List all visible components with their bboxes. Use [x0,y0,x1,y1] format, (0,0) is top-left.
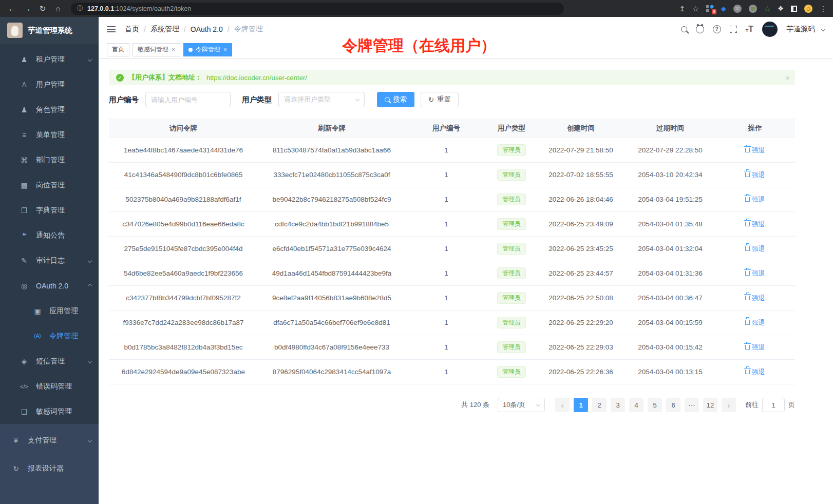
force-logout-button[interactable]: 强退 [745,269,765,278]
force-logout-button[interactable]: 强退 [745,294,765,303]
tab-sensitive-word[interactable]: 敏感词管理× [132,43,180,56]
github-icon[interactable] [696,25,704,33]
forward-icon[interactable]: → [22,4,33,13]
back-icon[interactable]: ← [6,4,17,13]
code-icon: </> [20,383,29,390]
site-info-icon[interactable]: ⓘ [77,4,83,13]
page-button-1[interactable]: 1 [574,398,588,412]
user-type-select[interactable]: 请选择用户类型 [278,92,365,107]
sidebar-item-oauth2-app[interactable]: ▣应用管理 [0,298,99,323]
sidebar-item-sms[interactable]: ◈短信管理 [0,348,99,374]
user-type-badge: 管理员 [497,218,526,229]
user-avatar[interactable] [762,22,778,37]
font-size-icon[interactable]: TT [746,25,753,34]
pencil-icon: ✎ [20,257,29,265]
fullscreen-icon[interactable] [730,26,737,33]
profile-avatar-icon[interactable]: ☺ [804,5,812,13]
breadcrumb-system[interactable]: 系统管理 [150,25,179,34]
force-logout-button[interactable]: 强退 [745,170,765,180]
search-icon[interactable] [681,26,687,32]
breadcrumb-oauth2[interactable]: OAuth 2.0 [191,25,223,33]
sidebar-item-oauth2[interactable]: ◎OAuth 2.0 [0,273,99,298]
extension-blocks-icon[interactable]: 9 [706,5,714,12]
user-type-badge: 管理员 [497,243,526,254]
page-ellipsis[interactable]: ⋯ [685,398,699,412]
sidebar-item-audit-log[interactable]: ✎审计日志 [0,248,99,273]
bookmark-star-icon[interactable]: ☆ [692,5,699,13]
sidebar-panel-icon[interactable] [791,6,797,12]
user-icon: ♙ [20,81,29,89]
address-bar[interactable]: ⓘ 127.0.0.1:1024/system/oauth2/token [71,3,564,15]
reset-button[interactable]: ↻重置 [421,92,459,107]
gem-extension-icon[interactable]: ◆ [721,5,726,12]
sidebar-item-error-code[interactable]: </>错误码管理 [0,374,99,399]
sidebar-item-dept[interactable]: ⌘部门管理 [0,147,99,172]
home-icon[interactable]: ⌂ [52,4,64,13]
page-button-4[interactable]: 4 [629,398,643,412]
command-extension-icon[interactable]: ⌘ [733,5,742,13]
goto-page-input[interactable] [762,398,785,412]
sidebar-item-sensitive-word[interactable]: ❏敏感词管理 [0,399,99,424]
force-logout-button[interactable]: 强退 [745,343,765,352]
tab-home[interactable]: 首页 [107,43,129,56]
doc-link[interactable]: https://doc.iocoder.cn/user-center/ [206,74,307,82]
badge-icon: ▤ [20,181,29,189]
browser-menu-icon[interactable]: ⋮ [820,5,827,13]
dot-extension-icon[interactable] [749,5,757,13]
close-icon[interactable]: × [172,46,175,53]
user-name[interactable]: 芋道源码 [786,25,815,34]
next-page-button[interactable]: › [722,398,736,412]
search-form: 用户编号 用户类型 请选择用户类型 搜索 ↻重置 [109,92,795,107]
page-button-5[interactable]: 5 [648,398,662,412]
chevron-down-icon [88,57,92,61]
alert-close-icon[interactable]: × [785,73,790,82]
page-size-select[interactable]: 10条/页 [498,398,545,412]
force-logout-button[interactable]: 强退 [745,220,765,229]
help-icon[interactable]: ? [713,25,721,33]
sidebar-item-oauth2-token[interactable]: (A)令牌管理 [0,323,99,348]
force-logout-button[interactable]: 强退 [745,244,765,254]
user-id-input[interactable] [145,92,231,107]
user-type-badge: 管理员 [497,267,526,279]
tab-token[interactable]: 令牌管理× [183,43,232,56]
sidebar-item-tenant[interactable]: ♟租户管理 [0,47,99,72]
page-button-6[interactable]: 6 [666,398,680,412]
sidebar-item-report-designer[interactable]: ↻报表设计器 [0,454,99,482]
prev-page-button[interactable]: ‹ [555,398,570,412]
close-icon[interactable]: × [223,46,227,53]
trash-icon [745,148,750,152]
chevron-down-icon [536,402,540,406]
force-logout-button[interactable]: 强退 [745,367,765,377]
col-expires: 过期时间 [626,124,715,133]
app-logo[interactable]: 芋道管理系统 [0,17,99,44]
breadcrumb-home[interactable]: 首页 [125,25,139,34]
user-type-badge: 管理员 [497,292,526,303]
sidebar: 芋道管理系统 ♟租户管理 ♙用户管理 ♟角色管理 ≡菜单管理 ⌘部门管理 ▤岗位… [0,17,99,504]
force-logout-button[interactable]: 强退 [745,195,765,204]
user-menu-caret-icon[interactable] [821,27,825,31]
extensions-puzzle-icon[interactable]: ❖ [778,5,784,12]
sidebar-item-notice[interactable]: ❝通知公告 [0,223,99,248]
force-logout-button[interactable]: 强退 [745,318,765,327]
goto-page: 前往 页 [745,398,795,412]
force-logout-button[interactable]: 强退 [745,146,765,155]
sidebar-item-user[interactable]: ♙用户管理 [0,72,99,97]
page-button-12[interactable]: 12 [703,398,717,412]
sidebar-menu: ♟租户管理 ♙用户管理 ♟角色管理 ≡菜单管理 ⌘部门管理 ▤岗位管理 ❐字典管… [0,44,99,424]
sidebar-item-role[interactable]: ♟角色管理 [0,97,99,122]
app-title: 芋道管理系统 [28,26,72,35]
green-star-extension-icon[interactable]: ☆ [764,5,771,13]
sidebar-item-pay[interactable]: ¥支付管理 [0,426,99,454]
sidebar-lower-section: ¥支付管理 ↻报表设计器 [0,424,99,504]
sidebar-item-menu[interactable]: ≡菜单管理 [0,122,99,147]
page-button-2[interactable]: 2 [592,398,607,412]
sidebar-item-post[interactable]: ▤岗位管理 [0,172,99,198]
search-button[interactable]: 搜索 [377,92,414,107]
page-button-3[interactable]: 3 [611,398,625,412]
share-icon[interactable]: ↥ [679,5,685,13]
table-row: f9336e7c7dd242a283ee98dc86b17a87 dfa6c71… [109,311,795,335]
user-type-badge: 管理员 [497,317,526,328]
sidebar-item-dict[interactable]: ❐字典管理 [0,198,99,223]
sidebar-toggle-icon[interactable] [107,29,116,30]
reload-icon[interactable]: ↻ [37,4,48,13]
